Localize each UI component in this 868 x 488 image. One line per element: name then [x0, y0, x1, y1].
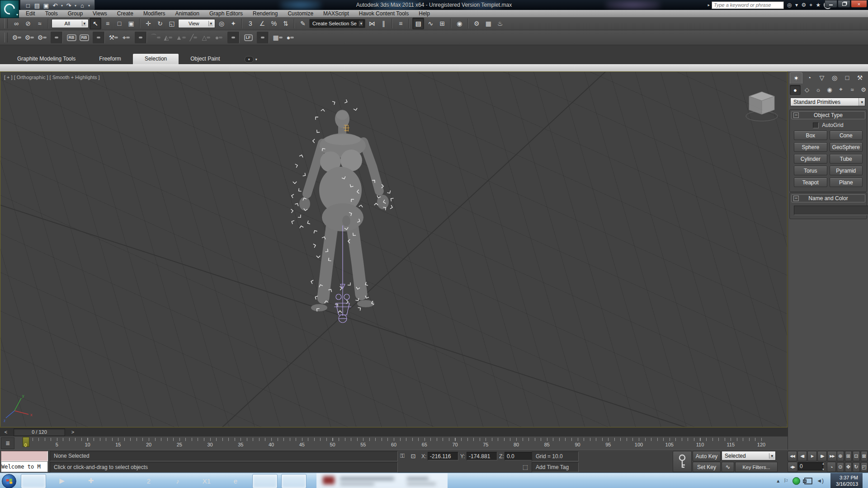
default-tangent-button[interactable]: ∿	[722, 462, 734, 472]
select-by-name-icon[interactable]: ≡	[102, 18, 113, 29]
taskbar-media-player-button[interactable]: ▶	[50, 474, 74, 488]
application-menu-button[interactable]: ▾	[0, 0, 19, 18]
tab-motion-icon[interactable]: ◎	[829, 72, 840, 83]
taskbar-itunes-button[interactable]: ♪	[165, 474, 190, 488]
timeline-ruler[interactable]: ≣ 0 510152025303540455055606570758085909…	[0, 436, 788, 450]
tab-modify-icon[interactable]: ◔	[803, 72, 815, 83]
current-frame-field[interactable]	[798, 462, 823, 470]
select-object-icon[interactable]: ↖	[90, 18, 101, 29]
ribbon-tab[interactable]: Selection	[133, 54, 179, 64]
redo-dropdown-arrow-icon[interactable]: ▾	[74, 1, 77, 9]
macro-recorder-pane[interactable]	[1, 451, 48, 461]
select-and-scale-icon[interactable]: ◱	[166, 18, 177, 29]
object-type-button[interactable]: Plane	[830, 178, 863, 187]
project-folder-icon[interactable]: ⌂	[78, 1, 86, 9]
havok-landscape-icon[interactable]: ◭	[162, 32, 174, 43]
havok-wand-icon[interactable]: ╱	[188, 32, 199, 43]
viewport-3d-scene[interactable]	[0, 72, 788, 427]
taskbar-internet-explorer-button[interactable]: e	[223, 474, 248, 488]
object-type-button[interactable]: Torus	[794, 166, 827, 175]
next-key-arrow[interactable]: >	[67, 429, 79, 435]
curve-editor-icon[interactable]: ∿	[425, 18, 436, 29]
close-button[interactable]: ×	[851, 0, 867, 8]
toolbar-grip[interactable]	[5, 19, 8, 28]
pan-icon[interactable]: ✥	[845, 462, 852, 473]
havok-ball-icon[interactable]: ●	[284, 32, 296, 43]
search-icon[interactable]: ◎	[786, 2, 793, 8]
zoom-all-icon[interactable]: ⊞	[845, 451, 852, 461]
havok-cloth-icon[interactable]: ▦	[272, 32, 283, 43]
object-type-button[interactable]: Pyramid	[830, 166, 863, 175]
graphite-ribbon-toggle-icon[interactable]: ▤	[412, 18, 424, 29]
z-coordinate-field[interactable]	[505, 452, 533, 460]
angle-snap-toggle-icon[interactable]: ∠	[257, 18, 268, 29]
volume-tray-icon[interactable]: ◄)	[816, 478, 824, 484]
menu-item[interactable]: Customize	[283, 10, 318, 17]
havok-filter-icon[interactable]: ⌖	[120, 32, 132, 43]
add-time-tag[interactable]: Add Time Tag	[532, 462, 579, 472]
toolbar-grip[interactable]	[5, 33, 8, 42]
selection-lock-icon[interactable]: ⚿	[398, 451, 407, 460]
auto-key-button[interactable]: Auto Key	[693, 451, 721, 461]
havok-constraint-icon[interactable]: ⌒	[150, 32, 161, 43]
tab-create-icon[interactable]: ✶	[790, 72, 802, 84]
havok-world-setup-icon[interactable]: ⚙	[11, 32, 23, 43]
category-space-warps-icon[interactable]: ≈	[847, 85, 857, 94]
frame-spinner[interactable]: ▲▼	[822, 462, 826, 471]
menu-item[interactable]: Edit	[21, 10, 40, 17]
window-crossing-toggle-icon[interactable]: ▣	[126, 18, 137, 29]
tab-utilities-icon[interactable]: ⚒	[854, 72, 866, 83]
category-helpers-icon[interactable]: ⌖	[836, 85, 846, 94]
taskbar-clock[interactable]: 3:37 PM 3/16/2013	[830, 473, 863, 488]
mirror-icon[interactable]: ⋈	[366, 18, 377, 29]
edit-named-selection-sets-icon[interactable]: ✎	[297, 18, 308, 29]
select-and-manipulate-icon[interactable]: ✦	[228, 18, 239, 29]
action-center-flag-icon[interactable]: ⚐	[783, 478, 788, 484]
schematic-view-icon[interactable]: ⊞	[437, 18, 448, 29]
category-shapes-icon[interactable]: ◇	[802, 85, 812, 94]
menu-item[interactable]: Create	[112, 10, 138, 17]
communication-center-icon[interactable]: ⌖	[807, 2, 815, 8]
menu-item[interactable]: Help	[414, 10, 435, 17]
havok-preview-icon[interactable]: ⚙	[36, 32, 48, 43]
key-set-dropdown[interactable]: Selected ▾	[722, 451, 776, 460]
hidden-icons-arrow[interactable]: ▴	[777, 478, 779, 484]
minimize-button[interactable]	[825, 0, 837, 8]
search-options-arrow-icon[interactable]: ▾	[793, 2, 800, 8]
tab-display-icon[interactable]: □	[841, 72, 853, 83]
zoom-extents-all-icon[interactable]: ⊠	[861, 451, 868, 461]
zoom-extents-icon[interactable]: ⊡	[853, 451, 860, 461]
taskbar-x1-button[interactable]: X1	[194, 474, 219, 488]
align-icon[interactable]: ∥	[378, 18, 389, 29]
rendered-frame-window-icon[interactable]: ▦	[483, 18, 494, 29]
open-mini-curve-editor-button[interactable]: ≣	[1, 437, 14, 449]
taskbar-game-character-button[interactable]	[108, 474, 132, 488]
autogrid-checkbox[interactable]	[813, 122, 819, 128]
ribbon-collapsed-strip[interactable]	[0, 64, 868, 72]
undo-icon[interactable]: ↶	[51, 1, 59, 9]
subscription-center-icon[interactable]: ⚙	[800, 2, 807, 8]
snaps-toggle-icon[interactable]: 3	[245, 18, 256, 29]
menu-item[interactable]: Animation	[170, 10, 204, 17]
menu-item[interactable]: Group	[63, 10, 88, 17]
selection-filter-dropdown[interactable]: All	[52, 19, 89, 28]
razer-tray-icon[interactable]	[793, 477, 800, 485]
object-type-button[interactable]: Sphere	[794, 142, 827, 152]
set-key-button[interactable]: Set Key	[693, 462, 721, 472]
named-selection-sets-dropdown[interactable]: Create Selection Se	[309, 19, 365, 28]
taskbar-explorer-button[interactable]	[21, 474, 46, 488]
use-pivot-point-center-icon[interactable]: ◎	[216, 18, 227, 29]
havok-export-icon[interactable]: ⚙	[24, 32, 35, 43]
object-type-button[interactable]: Box	[794, 131, 827, 140]
menu-item[interactable]: Tools	[40, 10, 63, 17]
select-and-rotate-icon[interactable]: ↻	[155, 18, 165, 29]
previous-key-arrow[interactable]: <	[0, 429, 12, 435]
set-keys-button[interactable]	[673, 451, 692, 472]
bind-to-space-warp-icon[interactable]: ≈	[34, 18, 45, 29]
havok-sphere-icon[interactable]: ●	[213, 32, 225, 43]
search-input[interactable]	[712, 1, 784, 9]
havok-lf-icon[interactable]: LF	[242, 32, 254, 43]
primitive-category-dropdown[interactable]: Standard Primitives ▾	[790, 98, 865, 106]
render-production-icon[interactable]: ♨	[495, 18, 505, 29]
ribbon-display-options[interactable]: ▾ ▾	[245, 56, 257, 63]
